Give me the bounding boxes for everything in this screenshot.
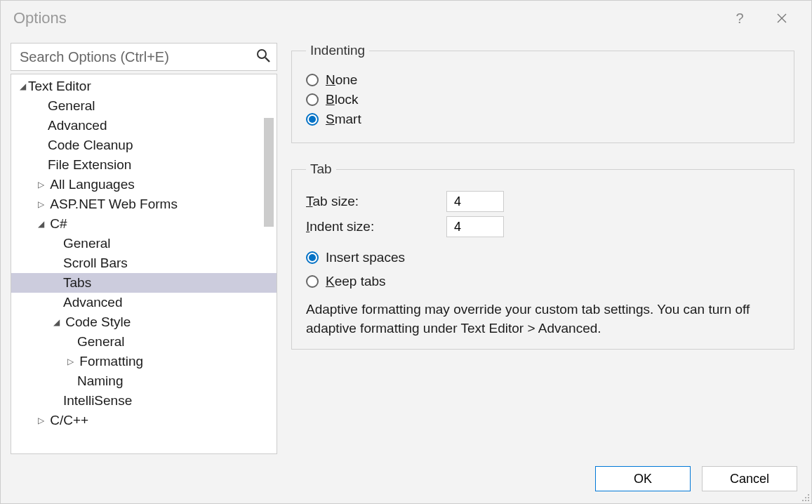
svg-point-3 bbox=[805, 497, 806, 498]
indenting-legend: Indenting bbox=[306, 43, 369, 58]
radio-icon bbox=[306, 113, 319, 126]
radio-insert-spaces[interactable]: Insert spaces bbox=[306, 250, 780, 265]
tree-label: Tabs bbox=[63, 275, 91, 291]
tree-item[interactable]: Code Cleanup bbox=[11, 135, 277, 155]
indenting-group: Indenting None Block Smart bbox=[291, 43, 794, 143]
radio-label: None bbox=[326, 72, 357, 88]
svg-point-4 bbox=[808, 497, 809, 498]
tree-item[interactable]: Naming bbox=[11, 371, 277, 391]
expand-icon: ▷ bbox=[65, 357, 76, 366]
svg-point-6 bbox=[805, 500, 806, 501]
svg-point-0 bbox=[258, 50, 266, 58]
tree-cpp[interactable]: ▷ C/C++ bbox=[11, 411, 277, 430]
tree-item[interactable]: Scroll Bars bbox=[11, 253, 277, 273]
help-icon[interactable]: ? bbox=[719, 4, 761, 32]
tree-label: All Languages bbox=[50, 177, 134, 192]
tab-size-input[interactable] bbox=[446, 191, 504, 212]
button-label: Cancel bbox=[730, 472, 769, 486]
cancel-button[interactable]: Cancel bbox=[702, 466, 797, 491]
radio-block[interactable]: Block bbox=[306, 92, 780, 107]
tree-item[interactable]: General bbox=[11, 96, 277, 116]
svg-point-2 bbox=[808, 494, 809, 496]
tree-label: IntelliSense bbox=[63, 393, 132, 409]
radio-none[interactable]: None bbox=[306, 72, 780, 88]
collapse-icon: ◢ bbox=[51, 317, 62, 327]
radio-label: Block bbox=[326, 92, 358, 107]
tree-label: General bbox=[77, 334, 125, 350]
tree-label: Code Cleanup bbox=[48, 138, 133, 153]
left-panel: ◢ Text Editor General Advanced Code Clea… bbox=[11, 43, 277, 454]
tree-codestyle[interactable]: ◢ Code Style bbox=[11, 312, 277, 332]
dialog-title: Options bbox=[13, 9, 719, 27]
tree-item[interactable]: File Extension bbox=[11, 155, 277, 175]
resize-grip-icon[interactable] bbox=[799, 491, 810, 502]
indent-size-label: Indent size: bbox=[306, 219, 446, 234]
scrollbar[interactable] bbox=[264, 118, 274, 227]
tree-label: Naming bbox=[77, 373, 123, 389]
radio-label: Insert spaces bbox=[326, 250, 405, 265]
titlebar: Options ? bbox=[1, 1, 811, 36]
indent-size-row: Indent size: bbox=[306, 216, 780, 237]
tree-label: ASP.NET Web Forms bbox=[50, 197, 178, 212]
collapse-icon: ◢ bbox=[17, 81, 28, 91]
tree-label: Code Style bbox=[65, 314, 131, 330]
tree-label: General bbox=[48, 98, 95, 114]
tree-label: Advanced bbox=[63, 295, 123, 310]
expand-icon: ▷ bbox=[35, 416, 46, 425]
system-buttons: ? bbox=[719, 4, 803, 32]
svg-point-7 bbox=[808, 500, 809, 501]
search-box[interactable] bbox=[11, 43, 277, 71]
tree-label: General bbox=[63, 236, 111, 251]
tab-legend: Tab bbox=[306, 161, 336, 177]
expand-icon: ▷ bbox=[35, 199, 46, 209]
close-icon[interactable] bbox=[761, 4, 803, 32]
tree-label: Text Editor bbox=[28, 79, 91, 94]
tree-csharp[interactable]: ◢ C# bbox=[11, 214, 277, 234]
svg-line-1 bbox=[265, 58, 269, 62]
search-icon[interactable] bbox=[255, 48, 271, 66]
ok-button[interactable]: OK bbox=[595, 466, 691, 491]
radio-keep-tabs[interactable]: Keep tabs bbox=[306, 274, 780, 289]
tree-label: Advanced bbox=[48, 118, 107, 133]
tree-label: C/C++ bbox=[50, 413, 88, 428]
indent-size-input[interactable] bbox=[446, 216, 504, 237]
radio-icon bbox=[306, 275, 319, 288]
svg-point-5 bbox=[802, 500, 804, 501]
tree-item[interactable]: ▷ All Languages bbox=[11, 175, 277, 194]
options-dialog: Options ? ◢ Text Editor bbox=[0, 0, 812, 504]
category-tree: ◢ Text Editor General Advanced Code Clea… bbox=[11, 74, 277, 454]
tab-group: Tab Tab size: Indent size: Insert spaces… bbox=[291, 161, 794, 350]
collapse-icon: ◢ bbox=[35, 219, 46, 229]
tree-item[interactable]: General bbox=[11, 332, 277, 352]
tree-item-tabs[interactable]: Tabs bbox=[11, 273, 277, 293]
search-input[interactable] bbox=[20, 49, 255, 65]
dialog-footer: OK Cancel bbox=[1, 454, 811, 503]
tree-text-editor[interactable]: ◢ Text Editor bbox=[11, 77, 277, 96]
tree-label: Scroll Bars bbox=[63, 256, 128, 271]
tree-item[interactable]: Advanced bbox=[11, 293, 277, 312]
tree-label: Formatting bbox=[79, 354, 143, 369]
adaptive-note: Adaptive formatting may override your cu… bbox=[306, 300, 780, 338]
settings-panel: Indenting None Block Smart Tab Tab size: bbox=[291, 43, 800, 454]
radio-label: Smart bbox=[326, 112, 361, 127]
expand-icon: ▷ bbox=[35, 180, 46, 190]
tree-item[interactable]: General bbox=[11, 234, 277, 253]
tree-label: C# bbox=[50, 216, 67, 232]
tree-label: File Extension bbox=[48, 157, 131, 173]
tree-item[interactable]: Advanced bbox=[11, 116, 277, 135]
button-label: OK bbox=[634, 472, 652, 486]
radio-icon bbox=[306, 93, 319, 106]
tree-item[interactable]: ▷ ASP.NET Web Forms bbox=[11, 194, 277, 214]
tree-item[interactable]: IntelliSense bbox=[11, 391, 277, 411]
radio-icon bbox=[306, 74, 319, 86]
radio-label: Keep tabs bbox=[326, 274, 386, 289]
tree-item[interactable]: ▷ Formatting bbox=[11, 352, 277, 371]
radio-smart[interactable]: Smart bbox=[306, 112, 780, 127]
radio-icon bbox=[306, 251, 319, 264]
tab-size-row: Tab size: bbox=[306, 191, 780, 212]
tab-size-label: Tab size: bbox=[306, 194, 446, 209]
